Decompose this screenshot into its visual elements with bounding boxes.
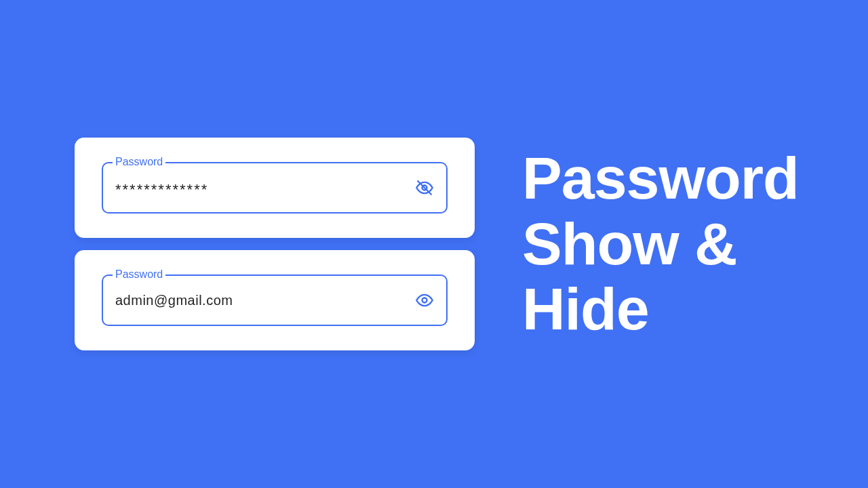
password-card-hidden: Password <box>75 138 475 238</box>
password-field-wrapper-shown: Password <box>102 274 448 326</box>
title-line-1: Password <box>522 146 799 211</box>
main-container: Password Password <box>0 138 868 350</box>
password-input-shown[interactable] <box>103 276 446 325</box>
password-label-shown: Password <box>113 268 165 281</box>
title-block: Password Show & Hide <box>522 146 799 342</box>
eye-show-icon[interactable] <box>414 289 435 311</box>
password-label-hidden: Password <box>113 156 165 168</box>
password-input-hidden[interactable] <box>103 163 446 212</box>
cards-column: Password Password <box>75 138 475 350</box>
password-card-shown: Password <box>75 250 475 350</box>
password-field-wrapper-hidden: Password <box>102 162 448 214</box>
title-line-2: Show & <box>522 211 799 277</box>
title-line-3: Hide <box>522 277 799 342</box>
eye-hide-icon[interactable] <box>414 177 435 199</box>
svg-point-2 <box>422 298 427 303</box>
